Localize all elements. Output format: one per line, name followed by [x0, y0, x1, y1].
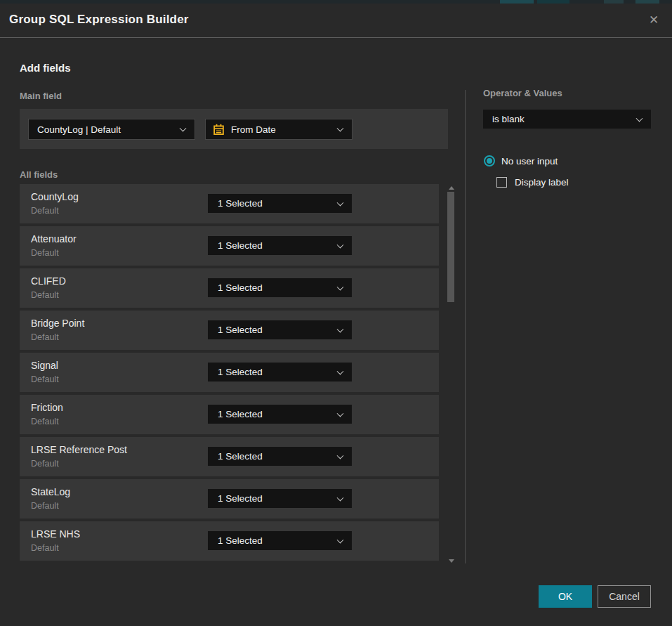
chevron-down-icon [337, 241, 344, 248]
add-fields-heading: Add fields [20, 62, 71, 74]
field-subtitle: Default [31, 374, 59, 384]
field-name: LRSE Reference Post [31, 444, 127, 455]
display-label-label: Display label [515, 177, 569, 188]
field-selection-value: 1 Selected [218, 367, 263, 377]
field-selection-value: 1 Selected [218, 451, 263, 462]
chevron-down-icon [337, 410, 344, 417]
chevron-down-icon [636, 115, 643, 122]
field-selection-value: 1 Selected [218, 282, 263, 293]
scrollbar-up-arrow[interactable] [449, 186, 454, 190]
field-selection-dropdown[interactable]: 1 Selected [208, 194, 352, 213]
calendar-icon [213, 124, 225, 136]
operator-dropdown[interactable]: is blank [483, 110, 651, 129]
field-subtitle: Default [31, 459, 59, 469]
field-selection-value: 1 Selected [218, 535, 263, 546]
field-name: Attenuator [31, 233, 77, 244]
chevron-down-icon [337, 199, 344, 206]
chevron-down-icon [337, 494, 344, 501]
field-name: CountyLog [31, 191, 79, 202]
field-selection-value: 1 Selected [218, 325, 263, 335]
field-row: Signal Default 1 Selected [20, 353, 439, 392]
field-selection-dropdown[interactable]: 1 Selected [208, 320, 352, 339]
field-name: Friction [31, 402, 63, 413]
field-row: CountyLog Default 1 Selected [20, 184, 439, 223]
main-field-panel: CountyLog | Default From Date [20, 109, 448, 149]
field-name: Bridge Point [31, 318, 84, 329]
chevron-down-icon [180, 125, 187, 132]
field-subtitle: Default [31, 417, 59, 426]
main-field-label: Main field [20, 91, 62, 101]
all-fields-list: CountyLog Default 1 Selected Attenuator … [20, 184, 439, 563]
field-subtitle: Default [31, 543, 59, 553]
field-selection-value: 1 Selected [218, 409, 263, 419]
field-row: Friction Default 1 Selected [20, 395, 439, 434]
scrollbar-thumb[interactable] [447, 192, 454, 302]
radio-button-icon [484, 155, 495, 167]
ok-button[interactable]: OK [539, 585, 592, 608]
main-field-source-value: CountyLog | Default [37, 124, 121, 135]
field-subtitle: Default [31, 290, 59, 300]
screen: Group SQL Expression Builder ✕ Add field… [0, 0, 672, 626]
main-field-source-dropdown[interactable]: CountyLog | Default [28, 119, 195, 140]
field-selection-value: 1 Selected [218, 240, 263, 251]
main-field-field-dropdown[interactable]: From Date [205, 119, 353, 140]
field-row: StateLog Default 1 Selected [20, 479, 439, 519]
field-row: LRSE Reference Post Default 1 Selected [20, 437, 439, 476]
field-row: CLIFED Default 1 Selected [20, 268, 439, 308]
chevron-down-icon [337, 283, 344, 290]
chevron-down-icon [337, 536, 344, 543]
chevron-down-icon [337, 125, 344, 132]
field-selection-dropdown[interactable]: 1 Selected [208, 363, 352, 382]
chevron-down-icon [337, 452, 344, 459]
field-selection-dropdown[interactable]: 1 Selected [208, 278, 352, 297]
field-row: LRSE NHS Default 1 Selected [20, 521, 439, 561]
all-fields-label: All fields [20, 169, 58, 180]
field-name: LRSE NHS [31, 528, 80, 540]
display-label-checkbox[interactable]: Display label [496, 176, 569, 188]
radio-dot [487, 158, 492, 164]
main-field-field-value: From Date [231, 124, 276, 135]
scrollbar-down-arrow[interactable] [449, 559, 454, 563]
no-user-input-label: No user input [501, 156, 558, 167]
field-selection-dropdown[interactable]: 1 Selected [208, 236, 352, 255]
field-subtitle: Default [31, 248, 59, 258]
operator-value: is blank [492, 114, 525, 124]
dialog-title: Group SQL Expression Builder [9, 13, 189, 27]
group-sql-expression-builder-dialog: Group SQL Expression Builder ✕ Add field… [0, 4, 672, 626]
cancel-button[interactable]: Cancel [598, 585, 651, 608]
field-selection-value: 1 Selected [218, 493, 263, 504]
field-selection-dropdown[interactable]: 1 Selected [208, 531, 352, 550]
operator-values-heading: Operator & Values [483, 88, 562, 98]
no-user-input-radio[interactable]: No user input [484, 154, 558, 168]
field-row: Attenuator Default 1 Selected [20, 226, 439, 266]
field-selection-dropdown[interactable]: 1 Selected [208, 447, 352, 466]
chevron-down-icon [337, 325, 344, 332]
close-icon[interactable]: ✕ [645, 12, 662, 29]
field-selection-value: 1 Selected [218, 198, 263, 209]
panel-divider [465, 90, 466, 563]
checkbox-icon [496, 177, 507, 188]
field-name: StateLog [31, 486, 70, 497]
chevron-down-icon [337, 367, 344, 374]
field-subtitle: Default [31, 501, 59, 511]
field-selection-dropdown[interactable]: 1 Selected [208, 489, 352, 508]
field-subtitle: Default [31, 206, 59, 216]
field-name: CLIFED [31, 275, 66, 287]
field-name: Signal [31, 360, 58, 371]
dialog-titlebar: Group SQL Expression Builder ✕ [0, 4, 672, 38]
field-selection-dropdown[interactable]: 1 Selected [208, 405, 352, 424]
field-row: Bridge Point Default 1 Selected [20, 311, 439, 350]
field-subtitle: Default [31, 332, 59, 342]
